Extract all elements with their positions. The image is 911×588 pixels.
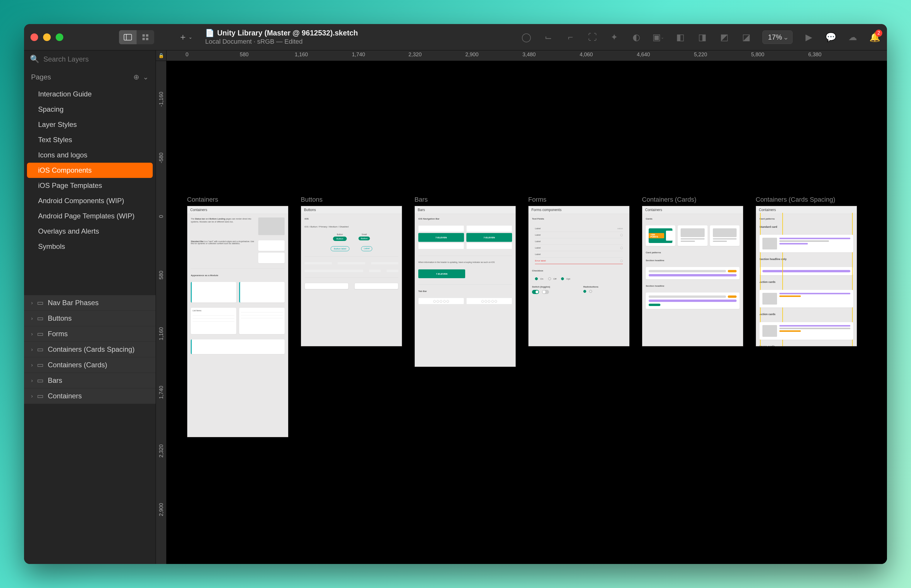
add-page-button[interactable]: ⊕ <box>133 73 139 81</box>
ruler-tick: -580 <box>158 152 164 163</box>
card-title: List Items <box>192 310 234 312</box>
bell-icon[interactable]: 🔔2 <box>869 31 880 43</box>
section-label: Card patterns <box>646 251 740 254</box>
brand-bar: 7-ELEVEN <box>418 233 464 242</box>
page-list: Interaction GuideSpacingLayer StylesText… <box>24 86 156 254</box>
artboard-heading: Buttons <box>301 206 402 214</box>
view-grid-button[interactable] <box>137 30 154 44</box>
layer-item[interactable]: ›▭Forms <box>24 326 156 342</box>
section-label: Radiobuttons <box>583 286 626 288</box>
ruler-tick: 5,220 <box>694 52 707 58</box>
artboard-body: Bars iOS Navigation Bar 7-ELEVEN <box>415 206 516 367</box>
close-window-button[interactable] <box>31 34 38 41</box>
artboard-body: Buttons iOS iOS / Button / Primary / Med… <box>301 206 402 346</box>
artboard-icon: ▭ <box>37 345 44 354</box>
ruler-tick: 2,900 <box>465 52 478 58</box>
chevron-right-icon: › <box>31 393 33 399</box>
toggle-on <box>532 290 539 294</box>
intersect-icon[interactable]: ◩ <box>719 31 730 43</box>
layer-label: Nav Bar Phases <box>48 299 99 307</box>
search-layers: 🔍 <box>24 50 156 68</box>
section-label: Cards <box>646 218 740 220</box>
artboard-bars[interactable]: Bars Bars iOS Navigation Bar 7-ELEVEN <box>415 196 516 367</box>
body: 🔍 Pages ⊕ ⌄ Interaction GuideSpacingLaye… <box>24 50 887 564</box>
ruler-tick: 4,060 <box>580 52 593 58</box>
artboard-containers-spacing[interactable]: Containers (Cards Spacing) Containers Ca… <box>756 196 857 346</box>
page-item[interactable]: Android Components (WIP) <box>24 193 156 208</box>
horizontal-ruler[interactable]: 05801,1601,7402,3202,9003,4804,0604,6405… <box>166 50 887 61</box>
subtract-icon[interactable]: ◨ <box>696 31 708 43</box>
pages-collapse-button[interactable]: ⌄ <box>143 73 149 81</box>
card-example <box>258 253 284 263</box>
layer-item[interactable]: ›▭Bars <box>24 373 156 388</box>
search-input[interactable] <box>44 55 150 63</box>
chevron-right-icon: › <box>31 315 33 321</box>
page-item[interactable]: iOS Components <box>27 163 153 178</box>
toolbar: ◯ ⌙ ⌐ ⛶ ✦ ◐ ▣⌄ ◧ ◨ ◩ ◪ 17% ▶ 💬 ☁ 🔔2 <box>520 31 880 44</box>
artboard-containers[interactable]: Containers Containers The Status bar and… <box>187 196 288 437</box>
svg-rect-4 <box>142 38 145 40</box>
artboard-buttons[interactable]: Buttons Buttons iOS iOS / Button / Prima… <box>301 196 402 346</box>
rotate-icon[interactable]: ◯ <box>520 31 532 43</box>
artboard-label: Containers (Cards Spacing) <box>756 196 857 204</box>
document-name: Unity Library (Master @ 9612532).sketch <box>217 29 358 37</box>
page-item[interactable]: Text Styles <box>24 132 156 147</box>
artboard-forms[interactable]: Forms Forms components Text Fields Label… <box>528 196 630 346</box>
page-item[interactable]: Layer Styles <box>24 117 156 132</box>
layer-item[interactable]: ›▭Nav Bar Phases <box>24 295 156 311</box>
comment-icon[interactable]: 💬 <box>825 31 837 43</box>
chevron-right-icon: › <box>31 331 33 337</box>
chevron-right-icon: › <box>31 378 33 384</box>
section-label: Card patterns <box>759 218 853 220</box>
insert-button[interactable]: ＋⌄ <box>177 30 194 44</box>
difference-icon[interactable]: ◪ <box>740 31 752 43</box>
layer-label: Containers <box>48 392 82 400</box>
pages-label: Pages <box>31 73 51 81</box>
page-item[interactable]: Android Page Templates (WIP) <box>24 208 156 224</box>
page-item[interactable]: Spacing <box>24 102 156 117</box>
artboard-icon: ▭ <box>37 299 44 307</box>
layer-item[interactable]: ›▭Containers (Cards Spacing) <box>24 342 156 357</box>
cloud-icon[interactable]: ☁ <box>847 31 859 43</box>
artboard-heading: Containers <box>642 206 743 214</box>
section-label: iOS Navigation Bar <box>418 218 512 220</box>
align-bottom-icon[interactable]: ⌙ <box>543 31 554 43</box>
artboard-icon: ▭ <box>37 314 44 322</box>
radio-on <box>583 290 586 293</box>
list-icon <box>124 34 132 40</box>
resize-dropdown-icon[interactable]: ▣⌄ <box>653 31 664 43</box>
fit-icon[interactable]: ⛶ <box>586 31 598 43</box>
page-item[interactable]: Interaction Guide <box>24 86 156 102</box>
ruler-tick: 1,160 <box>158 327 164 340</box>
page-item[interactable]: Icons and logos <box>24 147 156 163</box>
layer-item[interactable]: ›▭Buttons <box>24 311 156 326</box>
canvas[interactable]: Containers Containers The Status bar and… <box>166 61 887 564</box>
chevron-right-icon: › <box>31 300 33 306</box>
page-item[interactable]: Symbols <box>24 239 156 254</box>
artboard-icon: ▭ <box>37 392 44 400</box>
mask-icon[interactable]: ◐ <box>630 31 642 43</box>
layer-item[interactable]: ›▭Containers (Cards) <box>24 357 156 373</box>
artboard-body: Forms components Text Fields Labelvalue … <box>528 206 630 346</box>
minimize-window-button[interactable] <box>43 34 51 41</box>
titlebar: ＋⌄ 📄Unity Library (Master @ 9612532).ske… <box>24 24 887 50</box>
ruler-tick: 1,740 <box>352 52 365 58</box>
page-item[interactable]: iOS Page Templates <box>24 178 156 193</box>
chevron-right-icon: › <box>31 362 33 368</box>
page-item[interactable]: Overlays and Alerts <box>24 224 156 239</box>
ruler-tick: -1,160 <box>158 92 164 107</box>
ruler-lock-icon[interactable]: 🔒 <box>156 50 166 61</box>
artboard-containers-cards[interactable]: Containers (Cards) Containers Cards +300… <box>642 196 743 346</box>
zoom-select[interactable]: 17% <box>762 31 793 44</box>
play-icon[interactable]: ▶ <box>803 31 814 43</box>
col-label: Small <box>359 233 370 235</box>
view-list-button[interactable] <box>119 30 137 44</box>
vertical-ruler[interactable]: -1,160-58005801,1601,7402,3202,900 <box>156 61 166 564</box>
union-icon[interactable]: ◧ <box>674 31 686 43</box>
ruler-tick: 1,160 <box>295 52 308 58</box>
artboard-label: Forms <box>528 196 630 204</box>
layer-item[interactable]: ›▭Containers <box>24 388 156 404</box>
maximize-window-button[interactable] <box>56 34 63 41</box>
magic-icon[interactable]: ✦ <box>609 31 620 43</box>
align-top-icon[interactable]: ⌐ <box>565 31 576 43</box>
